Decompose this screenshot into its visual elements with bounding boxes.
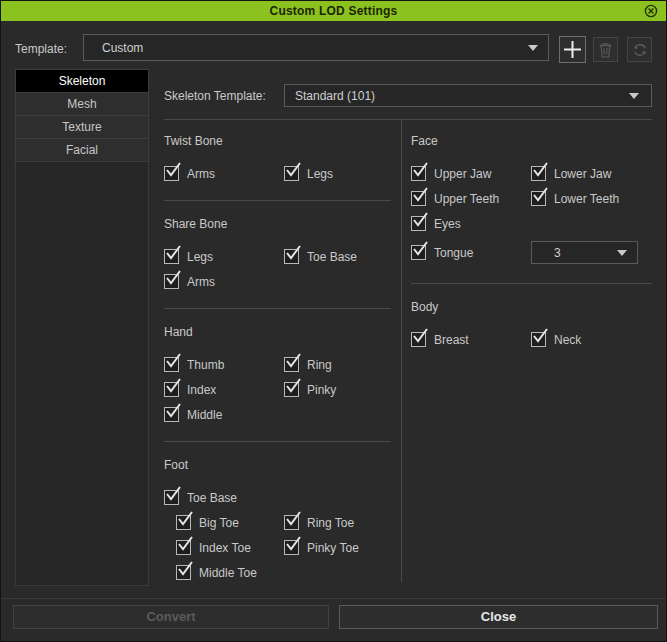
check-grid: ThumbRingIndexPinkyMiddle <box>164 357 391 422</box>
template-select-value: Custom <box>102 41 520 55</box>
check-icon <box>412 162 428 178</box>
check-icon <box>165 353 181 369</box>
template-select[interactable]: Custom <box>83 34 549 61</box>
section-divider <box>164 308 391 309</box>
tongue-level-value: 3 <box>554 246 609 260</box>
check-icon <box>285 162 301 178</box>
chevron-down-icon <box>617 250 627 256</box>
check-item-neck: Neck <box>531 332 652 347</box>
check-item-ring-toe: Ring Toe <box>284 515 391 530</box>
checkbox-label: Upper Jaw <box>434 167 491 181</box>
arms-checkbox[interactable] <box>164 274 179 289</box>
check-item-legs: Legs <box>164 249 284 264</box>
big-toe-checkbox[interactable] <box>176 515 191 530</box>
legs-checkbox[interactable] <box>164 249 179 264</box>
checkbox-label: Legs <box>187 250 213 264</box>
sidebar-tab-mesh[interactable]: Mesh <box>15 92 149 116</box>
checkbox-label: Tongue <box>434 246 473 260</box>
checkbox-label: Big Toe <box>199 516 239 530</box>
sidebar-tab-texture[interactable]: Texture <box>15 115 149 139</box>
check-icon <box>285 511 301 527</box>
check-item-index: Index <box>164 382 284 397</box>
tongue-level-select[interactable]: 3 <box>531 241 638 264</box>
convert-button[interactable]: Convert <box>13 605 329 629</box>
checkbox-label: Eyes <box>434 217 461 231</box>
reload-template-button[interactable] <box>627 37 652 62</box>
neck-checkbox[interactable] <box>531 332 546 347</box>
check-item-eyes: Eyes <box>411 216 531 231</box>
checkbox-label: Arms <box>187 275 215 289</box>
sidebar-tab-skeleton[interactable]: Skeleton <box>15 69 149 93</box>
close-icon[interactable] <box>644 4 658 18</box>
check-item-middle-toe: Middle Toe <box>176 565 284 580</box>
custom-lod-settings-dialog: Custom LOD Settings Template: Custom <box>0 0 667 642</box>
arms-checkbox[interactable] <box>164 166 179 181</box>
check-item-upper-teeth: Upper Teeth <box>411 191 531 206</box>
check-item-thumb: Thumb <box>164 357 284 372</box>
check-item-legs: Legs <box>284 166 391 181</box>
skeleton-template-label: Skeleton Template: <box>164 89 284 103</box>
ring-toe-checkbox[interactable] <box>284 515 299 530</box>
toe-base-checkbox[interactable] <box>164 490 179 505</box>
sidebar-tabs: SkeletonMeshTextureFacial <box>15 69 149 162</box>
checkbox-label: Lower Teeth <box>554 192 619 206</box>
checkbox-label: Toe Base <box>187 491 237 505</box>
index-checkbox[interactable] <box>164 382 179 397</box>
refresh-icon <box>632 42 648 58</box>
pinky-checkbox[interactable] <box>284 382 299 397</box>
delete-template-button[interactable] <box>593 37 618 62</box>
index-toe-checkbox[interactable] <box>176 540 191 555</box>
skeleton-template-select[interactable]: Standard (101) <box>284 84 652 107</box>
add-template-button[interactable] <box>559 36 586 63</box>
close-button[interactable]: Close <box>339 605 658 629</box>
check-icon <box>285 353 301 369</box>
bone-options: Twist BoneArmsLegsShare BoneLegsToe Base… <box>151 120 667 582</box>
section-title-share-bone: Share Bone <box>164 217 391 231</box>
check-icon <box>285 245 301 261</box>
check-icon <box>532 162 548 178</box>
ring-checkbox[interactable] <box>284 357 299 372</box>
legs-checkbox[interactable] <box>284 166 299 181</box>
pinky-toe-checkbox[interactable] <box>284 540 299 555</box>
check-icon <box>532 187 548 203</box>
check-icon <box>532 328 548 344</box>
bones-left-column: Twist BoneArmsLegsShare BoneLegsToe Base… <box>151 120 401 582</box>
middle-toe-checkbox[interactable] <box>176 565 191 580</box>
check-icon <box>412 187 428 203</box>
check-grid: LegsToe BaseArms <box>164 249 391 289</box>
checkbox-label: Middle <box>187 408 222 422</box>
toe-base-checkbox[interactable] <box>284 249 299 264</box>
middle-checkbox[interactable] <box>164 407 179 422</box>
section-title-twist-bone: Twist Bone <box>164 134 391 148</box>
check-grid: BreastNeck <box>411 332 652 347</box>
tongue-checkbox[interactable] <box>411 245 426 260</box>
check-icon <box>285 378 301 394</box>
check-item-tongue: Tongue <box>411 245 531 260</box>
plus-icon <box>563 40 582 59</box>
checkbox-label: Legs <box>307 167 333 181</box>
upper-jaw-checkbox[interactable] <box>411 166 426 181</box>
upper-teeth-checkbox[interactable] <box>411 191 426 206</box>
check-item-lower-teeth: Lower Teeth <box>531 191 652 206</box>
lower-jaw-checkbox[interactable] <box>531 166 546 181</box>
checkbox-label: Toe Base <box>307 250 357 264</box>
sidebar-tab-facial[interactable]: Facial <box>15 138 149 162</box>
check-item-pinky: Pinky <box>284 382 391 397</box>
eyes-checkbox[interactable] <box>411 216 426 231</box>
sidebar-empty-panel <box>15 161 149 586</box>
skeleton-panel: Skeleton Template: Standard (101) Twist … <box>151 63 667 582</box>
lower-teeth-checkbox[interactable] <box>531 191 546 206</box>
check-icon <box>177 511 193 527</box>
trash-icon <box>598 42 613 58</box>
check-item-arms: Arms <box>164 166 284 181</box>
section-title-face: Face <box>411 134 652 148</box>
check-item-middle: Middle <box>164 407 284 422</box>
breast-checkbox[interactable] <box>411 332 426 347</box>
section-title-foot: Foot <box>164 458 391 472</box>
section-title-body: Body <box>411 300 652 314</box>
thumb-checkbox[interactable] <box>164 357 179 372</box>
check-item-upper-jaw: Upper Jaw <box>411 166 531 181</box>
checkbox-label: Thumb <box>187 358 224 372</box>
check-icon <box>165 403 181 419</box>
divider <box>1 598 666 599</box>
